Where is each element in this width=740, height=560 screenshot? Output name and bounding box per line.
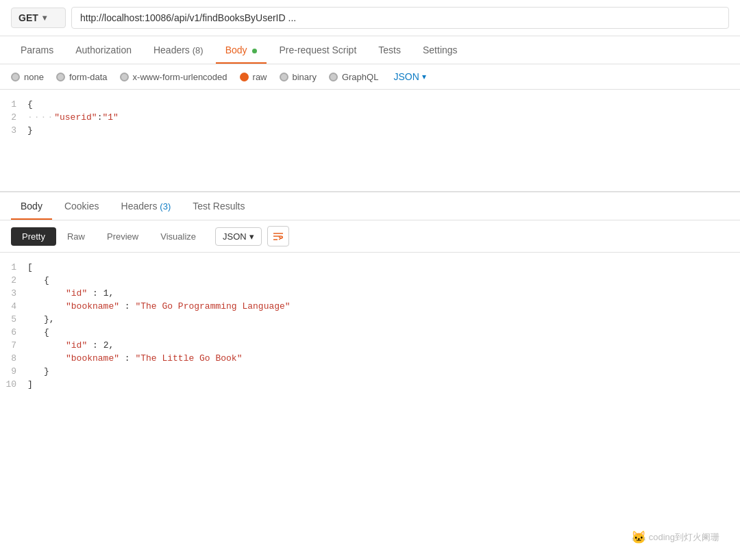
- radio-raw-icon: [240, 73, 249, 81]
- body-type-form-data[interactable]: form-data: [56, 72, 108, 82]
- tab-body[interactable]: Body: [216, 36, 267, 64]
- url-input[interactable]: [71, 7, 729, 29]
- resp-line-7: 7 "id" : 2,: [0, 339, 740, 352]
- method-label: GET: [18, 12, 38, 23]
- url-bar: GET ▾: [0, 0, 740, 36]
- resp-line-8: 8 "bookname" : "The Little Go Book": [0, 352, 740, 365]
- resp-tab-body[interactable]: Body: [11, 192, 52, 220]
- req-line-1: 1 {: [0, 98, 740, 111]
- tab-tests[interactable]: Tests: [369, 36, 410, 64]
- wrap-lines-button[interactable]: [267, 226, 289, 246]
- pretty-option-preview[interactable]: Preview: [96, 227, 149, 246]
- response-tabs: Body Cookies Headers (3) Test Results: [0, 192, 740, 220]
- json-chevron-icon: ▾: [422, 72, 426, 81]
- body-type-none[interactable]: none: [11, 72, 44, 82]
- radio-binary-icon: [280, 73, 288, 81]
- body-type-urlencoded[interactable]: x-www-form-urlencoded: [120, 72, 227, 82]
- resp-line-3: 3 "id" : 1,: [0, 287, 740, 300]
- req-line-2: 2 ····"userid":"1": [0, 111, 740, 124]
- resp-json-chevron-icon: ▾: [249, 231, 254, 242]
- resp-line-2: 2 {: [0, 274, 740, 287]
- pretty-option-raw[interactable]: Raw: [56, 227, 96, 246]
- body-dot-icon: [252, 49, 257, 53]
- response-body-editor: 1 [ 2 { 3 "id" : 1, 4 "bookname" :: [0, 253, 740, 444]
- request-tabs: Params Authorization Headers (8) Body Pr…: [0, 36, 740, 64]
- pretty-bar: Pretty Raw Preview Visualize JSON ▾: [0, 220, 740, 253]
- watermark: 🐱 coding到灯火阑珊: [631, 530, 719, 545]
- tab-headers[interactable]: Headers (8): [144, 36, 213, 64]
- body-type-graphql[interactable]: GraphQL: [329, 72, 378, 82]
- resp-tab-headers[interactable]: Headers (3): [112, 192, 181, 220]
- radio-formdata-icon: [56, 73, 65, 81]
- body-type-binary[interactable]: binary: [280, 72, 317, 82]
- json-format-dropdown[interactable]: JSON ▾: [393, 71, 426, 82]
- resp-tab-cookies[interactable]: Cookies: [55, 192, 109, 220]
- resp-headers-badge: (3): [160, 201, 171, 212]
- resp-tab-test-results[interactable]: Test Results: [183, 192, 254, 220]
- main-wrapper: GET ▾ Params Authorization Headers (8) B…: [0, 0, 740, 560]
- tab-authorization[interactable]: Authorization: [66, 36, 141, 64]
- radio-graphql-icon: [329, 73, 338, 81]
- response-json-dropdown[interactable]: JSON ▾: [215, 227, 262, 246]
- body-type-raw[interactable]: raw: [240, 72, 267, 82]
- request-body-editor[interactable]: 1 { 2 ····"userid":"1" 3 }: [0, 90, 740, 192]
- headers-badge: (8): [193, 45, 204, 55]
- pretty-option-pretty[interactable]: Pretty: [11, 227, 56, 246]
- radio-urlencoded-icon: [120, 73, 129, 81]
- watermark-icon: 🐱: [631, 530, 646, 545]
- resp-line-1: 1 [: [0, 261, 740, 274]
- resp-line-6: 6 {: [0, 326, 740, 339]
- radio-none-icon: [11, 73, 20, 81]
- resp-line-9: 9 }: [0, 365, 740, 378]
- tab-prerequest[interactable]: Pre-request Script: [269, 36, 366, 64]
- tab-params[interactable]: Params: [11, 36, 63, 64]
- tab-settings[interactable]: Settings: [413, 36, 467, 64]
- resp-line-4: 4 "bookname" : "The Go Programming Langu…: [0, 300, 740, 313]
- method-selector[interactable]: GET ▾: [11, 8, 66, 28]
- body-type-bar: none form-data x-www-form-urlencoded raw…: [0, 64, 740, 90]
- req-line-3: 3 }: [0, 124, 740, 137]
- method-chevron-icon: ▾: [42, 13, 47, 23]
- pretty-option-visualize[interactable]: Visualize: [149, 227, 207, 246]
- resp-line-10: 10 ]: [0, 378, 740, 391]
- resp-line-5: 5 },: [0, 313, 740, 326]
